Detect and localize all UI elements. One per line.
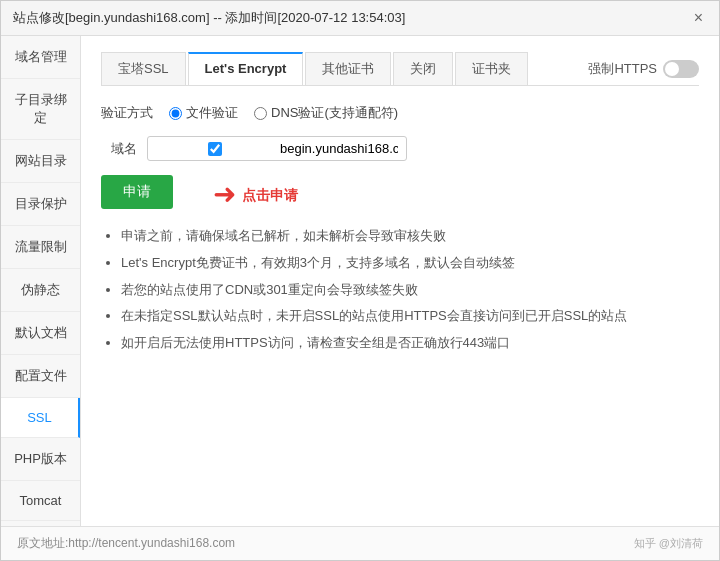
tab-Let's Encrypt[interactable]: Let's Encrypt xyxy=(188,52,304,85)
domain-input-wrap xyxy=(147,136,407,161)
bottom-bar: 原文地址:http://tencent.yundashi168.com 知乎 @… xyxy=(1,526,719,560)
sidebar-item-网站目录[interactable]: 网站目录 xyxy=(1,140,80,183)
tab-其他证书[interactable]: 其他证书 xyxy=(305,52,391,85)
sidebar-item-PHP版本[interactable]: PHP版本 xyxy=(1,438,80,481)
modal-title: 站点修改[begin.yundashi168.com] -- 添加时间[2020… xyxy=(13,9,405,27)
force-https-label: 强制HTTPS xyxy=(588,60,657,78)
info-item: 申请之前，请确保域名已解析，如未解析会导致审核失败 xyxy=(121,226,699,247)
domain-checkbox[interactable] xyxy=(156,142,274,156)
modal-titlebar: 站点修改[begin.yundashi168.com] -- 添加时间[2020… xyxy=(1,1,719,36)
modal-body: 域名管理子目录绑定网站目录目录保护流量限制伪静态默认文档配置文件SSLPHP版本… xyxy=(1,36,719,526)
sidebar-item-目录保护[interactable]: 目录保护 xyxy=(1,183,80,226)
sidebar-item-伪静态[interactable]: 伪静态 xyxy=(1,269,80,312)
verify-label: 验证方式 xyxy=(101,104,153,122)
domain-row: 域名 xyxy=(101,136,699,161)
sidebar-item-Tomcat[interactable]: Tomcat xyxy=(1,481,80,521)
domain-input[interactable] xyxy=(280,141,398,156)
watermark: 知乎 @刘清荷 xyxy=(634,536,703,551)
click-hint: ➜ 点击申请 xyxy=(213,179,298,212)
verify-dns-option[interactable]: DNS验证(支持通配符) xyxy=(254,104,398,122)
verify-file-option[interactable]: 文件验证 xyxy=(169,104,238,122)
main-content: 宝塔SSLLet's Encrypt其他证书关闭证书夹 强制HTTPS 验证方式… xyxy=(81,36,719,526)
apply-section: 申请 ➜ 点击申请 xyxy=(101,175,699,212)
sidebar-item-配置文件[interactable]: 配置文件 xyxy=(1,355,80,398)
verify-row: 验证方式 文件验证 DNS验证(支持通配符) xyxy=(101,104,699,122)
tabs: 宝塔SSLLet's Encrypt其他证书关闭证书夹 xyxy=(101,52,530,85)
tab-宝塔SSL[interactable]: 宝塔SSL xyxy=(101,52,186,85)
sidebar-item-默认文档[interactable]: 默认文档 xyxy=(1,312,80,355)
info-item: 在未指定SSL默认站点时，未开启SSL的站点使用HTTPS会直接访问到已开启SS… xyxy=(121,306,699,327)
force-https-section: 强制HTTPS xyxy=(588,60,699,78)
info-item: 如开启后无法使用HTTPS访问，请检查安全组是否正确放行443端口 xyxy=(121,333,699,354)
modal-window: 站点修改[begin.yundashi168.com] -- 添加时间[2020… xyxy=(0,0,720,561)
arrow-icon: ➜ xyxy=(213,179,236,212)
click-hint-text: 点击申请 xyxy=(242,187,298,205)
tab-证书夹[interactable]: 证书夹 xyxy=(455,52,528,85)
sidebar: 域名管理子目录绑定网站目录目录保护流量限制伪静态默认文档配置文件SSLPHP版本… xyxy=(1,36,81,526)
info-item: 若您的站点使用了CDN或301重定向会导致续签失败 xyxy=(121,280,699,301)
verify-dns-label: DNS验证(支持通配符) xyxy=(271,104,398,122)
verify-file-label: 文件验证 xyxy=(186,104,238,122)
domain-label: 域名 xyxy=(101,140,137,158)
source-url: 原文地址:http://tencent.yundashi168.com xyxy=(17,535,235,552)
force-https-toggle[interactable] xyxy=(663,60,699,78)
sidebar-item-域名管理[interactable]: 域名管理 xyxy=(1,36,80,79)
apply-button[interactable]: 申请 xyxy=(101,175,173,209)
tab-关闭[interactable]: 关闭 xyxy=(393,52,453,85)
sidebar-item-流量限制[interactable]: 流量限制 xyxy=(1,226,80,269)
info-item: Let's Encrypt免费证书，有效期3个月，支持多域名，默认会自动续签 xyxy=(121,253,699,274)
sidebar-item-子目录绑定[interactable]: 子目录绑定 xyxy=(1,79,80,140)
sidebar-item-SSL[interactable]: SSL xyxy=(1,398,80,438)
verify-dns-radio[interactable] xyxy=(254,107,267,120)
verify-file-radio[interactable] xyxy=(169,107,182,120)
tabs-row: 宝塔SSLLet's Encrypt其他证书关闭证书夹 强制HTTPS xyxy=(101,52,699,86)
close-button[interactable]: × xyxy=(690,9,707,27)
info-list: 申请之前，请确保域名已解析，如未解析会导致审核失败Let's Encrypt免费… xyxy=(101,226,699,354)
